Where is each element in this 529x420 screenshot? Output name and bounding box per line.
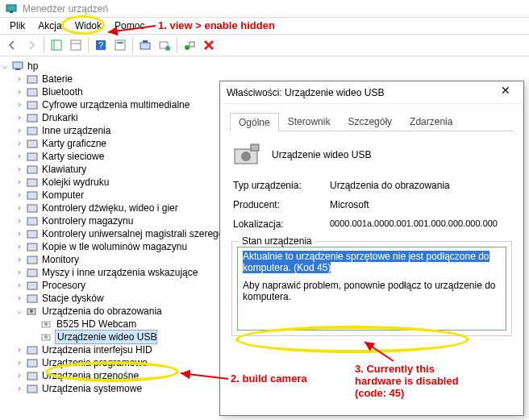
camera-icon — [40, 331, 53, 343]
svg-rect-10 — [140, 43, 150, 49]
menu-action[interactable]: Akcja — [31, 19, 68, 33]
expander-icon[interactable]: › — [15, 124, 24, 137]
category-label: Baterie — [40, 73, 73, 85]
menu-view[interactable]: Widok — [69, 19, 108, 33]
category-label: Klawiatury — [40, 163, 86, 176]
expander-icon[interactable]: › — [15, 189, 24, 202]
svg-rect-50 — [251, 144, 259, 151]
computer-icon — [11, 60, 24, 73]
expander-icon[interactable]: › — [15, 253, 24, 266]
options-button[interactable] — [111, 36, 129, 54]
category-label: Monitory — [40, 253, 79, 266]
type-value: Urządzenia do obrazowania — [330, 180, 510, 191]
show-hide-tree-button[interactable] — [48, 36, 65, 54]
close-icon[interactable]: ✕ — [494, 84, 517, 102]
svg-rect-23 — [27, 114, 37, 122]
device-category-icon — [26, 73, 39, 85]
dialog-tabs: Ogólne Sterownik Szczegóły Zdarzenia — [230, 112, 514, 131]
menu-help[interactable]: Pomoc — [108, 19, 151, 33]
category-label: Kopie w tle woluminów magazynu — [40, 240, 187, 253]
scan-hardware-button[interactable] — [156, 36, 173, 54]
expander-icon[interactable]: › — [15, 98, 24, 111]
expander-icon[interactable]: › — [15, 356, 24, 369]
menu-file[interactable]: Plik — [3, 19, 31, 33]
tab-details[interactable]: Szczegóły — [339, 112, 401, 131]
dialog-titlebar[interactable]: Właściwości: Urządzenie wideo USB ✕ — [220, 81, 523, 104]
device-category-icon — [26, 343, 39, 356]
svg-rect-15 — [190, 42, 194, 47]
webcam-label: B525 HD Webcam — [55, 318, 136, 331]
expander-icon[interactable]: › — [15, 176, 24, 189]
category-label: Stacje dysków — [40, 292, 104, 305]
devmgr-icon — [5, 2, 18, 15]
expander-icon[interactable]: ⌵ — [15, 305, 24, 318]
expander-icon[interactable]: › — [15, 369, 24, 382]
category-label: Urządzenia interfejsu HID — [40, 343, 152, 356]
category-label: Karty sieciowe — [40, 150, 104, 163]
category-label: Urządzenia systemowe — [40, 382, 142, 395]
tab-events[interactable]: Zdarzenia — [401, 112, 461, 131]
forward-button[interactable] — [23, 36, 40, 54]
help-button[interactable]: ? — [92, 36, 110, 54]
menu-bar: Plik Akcja Widok Pomoc — [0, 18, 529, 34]
svg-rect-18 — [13, 62, 23, 69]
svg-rect-9 — [117, 42, 123, 44]
window-titlebar: Menedżer urządzeń — [0, 0, 529, 18]
expander-icon[interactable]: ⌵ — [0, 60, 10, 73]
usb-video-label: Urządzenie wideo USB — [55, 330, 157, 344]
expander-icon[interactable]: › — [15, 137, 24, 150]
expander-icon[interactable]: › — [15, 382, 24, 395]
svg-rect-45 — [27, 360, 37, 367]
camera-icon — [40, 318, 53, 331]
toolbar: ? — [0, 34, 529, 56]
device-category-icon — [26, 98, 39, 111]
svg-rect-21 — [27, 89, 37, 96]
disable-button[interactable] — [200, 36, 218, 54]
tab-general[interactable]: Ogólne — [230, 113, 279, 131]
category-label: Kontrolery dźwięku, wideo i gier — [40, 202, 178, 214]
device-category-icon — [26, 137, 39, 150]
expander-icon[interactable]: › — [15, 111, 24, 124]
status-textbox[interactable]: Aktualnie to urządzenie sprzętowe nie je… — [237, 247, 506, 331]
expander-icon[interactable]: › — [15, 163, 24, 176]
expander-icon[interactable]: › — [15, 73, 24, 85]
svg-rect-30 — [27, 205, 37, 212]
tree-root[interactable]: ⌵ hp — [0, 60, 526, 73]
svg-point-49 — [241, 152, 251, 161]
expander-icon[interactable]: › — [15, 343, 24, 356]
category-label: Drukarki — [40, 111, 78, 124]
expander-icon[interactable]: › — [15, 150, 24, 163]
svg-point-13 — [165, 46, 170, 51]
expander-icon[interactable]: › — [15, 266, 24, 279]
loc-value: 0000.001a.0000.001.001.000.000.000.000 — [330, 218, 510, 230]
properties-button[interactable] — [67, 36, 85, 54]
properties-dialog: Właściwości: Urządzenie wideo USB ✕ Ogól… — [219, 81, 524, 416]
expander-icon[interactable]: › — [15, 202, 24, 214]
svg-rect-24 — [27, 127, 37, 135]
tab-driver[interactable]: Sterownik — [279, 112, 339, 131]
device-category-icon — [26, 279, 39, 292]
uninstall-button[interactable] — [181, 36, 198, 54]
back-button[interactable] — [3, 36, 21, 54]
category-label: Cyfrowe urządzenia multimedialne — [40, 98, 190, 111]
expander-icon[interactable]: › — [15, 292, 24, 305]
svg-rect-4 — [71, 40, 81, 50]
device-category-icon — [26, 356, 39, 369]
window-title: Menedżer urządzeń — [23, 3, 108, 15]
device-category-icon — [26, 253, 39, 266]
update-driver-button[interactable] — [136, 36, 154, 54]
expander-icon[interactable]: › — [15, 227, 24, 240]
expander-icon[interactable]: › — [15, 279, 24, 292]
expander-icon[interactable]: › — [15, 214, 24, 227]
expander-icon[interactable]: › — [15, 240, 24, 253]
camera-icon — [233, 143, 262, 167]
category-label: Kontrolery uniwersalnej magistrali szere… — [40, 227, 238, 240]
svg-rect-46 — [27, 372, 37, 380]
device-category-icon — [26, 240, 39, 253]
mfr-label: Producent: — [233, 199, 330, 210]
device-category-icon — [26, 124, 39, 137]
svg-rect-36 — [27, 282, 37, 289]
svg-point-41 — [44, 322, 48, 326]
expander-icon[interactable]: › — [15, 85, 24, 98]
svg-text:?: ? — [98, 40, 103, 50]
